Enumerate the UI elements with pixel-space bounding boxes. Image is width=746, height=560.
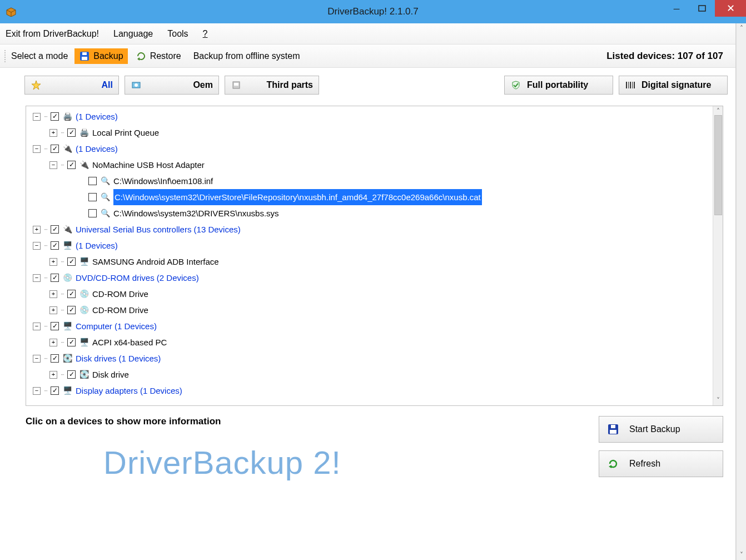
filter-all-button[interactable]: All bbox=[24, 76, 119, 95]
checkbox[interactable] bbox=[51, 354, 59, 363]
checkbox[interactable] bbox=[51, 274, 59, 282]
checkbox[interactable] bbox=[67, 257, 76, 266]
oem-icon bbox=[131, 80, 142, 91]
expand-icon[interactable]: + bbox=[49, 129, 57, 137]
tree-category[interactable]: − ··· 🖥️ (1 Devices) bbox=[29, 237, 713, 254]
tree-item-label: SAMSUNG Android ADB Interface bbox=[92, 254, 219, 270]
filter-oem-label: Oem bbox=[147, 80, 213, 90]
checkbox[interactable] bbox=[67, 128, 76, 137]
filter-signature-button[interactable]: Digital signature bbox=[619, 76, 728, 95]
device-tree[interactable]: − ··· 🖨️ (1 Devices) + ··· 🖨️ Local Prin… bbox=[26, 106, 713, 405]
tree-file-selected[interactable]: 🔍 C:\Windows\system32\DriverStore\FileRe… bbox=[29, 189, 713, 205]
tree-category[interactable]: − ··· 🖥️ Computer (1 Devices) bbox=[29, 318, 713, 334]
tree-item[interactable]: − ··· 🔌 NoMachine USB Host Adapter bbox=[29, 157, 713, 173]
checkbox[interactable] bbox=[67, 370, 76, 379]
svg-rect-15 bbox=[632, 82, 633, 88]
tree-scrollbar[interactable]: ˄ ˅ bbox=[713, 106, 723, 405]
tree-item[interactable]: + ··· 💽 Disk drive bbox=[29, 366, 713, 383]
maximize-button[interactable] bbox=[689, 0, 715, 17]
tree-item-label: NoMachine USB Host Adapter bbox=[92, 157, 205, 173]
tree-category-label: (1 Devices) bbox=[76, 141, 118, 157]
tree-category-label: Display adapters (1 Devices) bbox=[76, 383, 182, 399]
checkbox[interactable] bbox=[67, 161, 76, 169]
scroll-up-icon[interactable]: ˄ bbox=[737, 24, 746, 32]
collapse-icon[interactable]: − bbox=[33, 113, 41, 121]
expand-icon[interactable]: + bbox=[49, 339, 57, 346]
checkbox[interactable] bbox=[51, 386, 59, 395]
tree-category[interactable]: − ··· 🔌 (1 Devices) bbox=[29, 141, 713, 157]
tree-item[interactable]: + ··· 💿 CD-ROM Drive bbox=[29, 302, 713, 318]
tree-category-label: (1 Devices) bbox=[76, 237, 118, 254]
checkbox[interactable] bbox=[51, 225, 59, 234]
filter-thirdparts-button[interactable]: Third parts bbox=[225, 76, 319, 95]
close-button[interactable]: ✕ bbox=[715, 0, 746, 17]
checkbox[interactable] bbox=[51, 322, 59, 330]
printer-icon: 🖨️ bbox=[78, 125, 90, 141]
svg-rect-18 bbox=[610, 430, 616, 434]
filter-all-label: All bbox=[47, 80, 113, 90]
collapse-icon[interactable]: − bbox=[33, 323, 41, 330]
checkbox[interactable] bbox=[88, 209, 97, 217]
menu-language[interactable]: Language bbox=[113, 29, 153, 39]
checkbox[interactable] bbox=[67, 338, 76, 346]
refresh-icon bbox=[607, 458, 619, 470]
checkbox[interactable] bbox=[67, 306, 76, 314]
minimize-button[interactable]: ─ bbox=[664, 0, 689, 17]
refresh-button[interactable]: Refresh bbox=[599, 450, 723, 477]
scroll-thumb[interactable] bbox=[714, 115, 722, 215]
expand-icon[interactable]: + bbox=[49, 371, 57, 379]
monitor-icon: 🖥️ bbox=[61, 237, 73, 254]
collapse-icon[interactable]: − bbox=[33, 274, 41, 282]
menu-tools[interactable]: Tools bbox=[167, 29, 188, 39]
menu-exit[interactable]: Exit from DriverBackup! bbox=[6, 29, 99, 39]
tree-category[interactable]: − ··· 💿 DVD/CD-ROM drives (2 Devices) bbox=[29, 270, 713, 286]
expand-icon[interactable]: + bbox=[49, 306, 57, 314]
svg-rect-2 bbox=[699, 6, 705, 11]
scroll-down-icon[interactable]: ˅ bbox=[713, 397, 723, 404]
collapse-icon[interactable]: − bbox=[33, 145, 41, 153]
disc-icon: 💿 bbox=[78, 286, 90, 302]
filter-oem-button[interactable]: Oem bbox=[125, 76, 219, 95]
checkbox[interactable] bbox=[67, 290, 76, 298]
tree-category[interactable]: + ··· 🔌 Universal Serial Bus controllers… bbox=[29, 221, 713, 237]
tree-item[interactable]: + ··· 🖨️ Local Print Queue bbox=[29, 125, 713, 141]
checkbox[interactable] bbox=[88, 177, 97, 185]
tree-category[interactable]: − ··· 🖥️ Display adapters (1 Devices) bbox=[29, 383, 713, 399]
collapse-icon[interactable]: − bbox=[33, 387, 41, 395]
start-backup-button[interactable]: Start Backup bbox=[599, 416, 723, 443]
refresh-label: Refresh bbox=[629, 459, 660, 469]
mode-offline[interactable]: Backup from offline system bbox=[189, 49, 305, 63]
tree-category[interactable]: − ··· 🖨️ (1 Devices) bbox=[29, 108, 713, 125]
window-scrollbar[interactable]: ˄ ˅ bbox=[736, 23, 746, 560]
checkbox[interactable] bbox=[51, 112, 59, 121]
tree-category[interactable]: − ··· 💽 Disk drives (1 Devices) bbox=[29, 350, 713, 366]
expand-icon[interactable]: + bbox=[49, 290, 57, 298]
mode-restore[interactable]: Restore bbox=[131, 48, 186, 64]
mode-backup[interactable]: Backup bbox=[74, 48, 127, 64]
tree-item[interactable]: + ··· 🖥️ SAMSUNG Android ADB Interface bbox=[29, 254, 713, 270]
tree-file[interactable]: 🔍 C:\Windows\Inf\oem108.inf bbox=[29, 173, 713, 189]
expand-icon[interactable]: + bbox=[49, 258, 57, 266]
collapse-icon[interactable]: − bbox=[33, 242, 41, 250]
menu-help[interactable]: ? bbox=[203, 29, 208, 39]
collapse-icon[interactable]: − bbox=[33, 355, 41, 363]
scroll-down-icon[interactable]: ˅ bbox=[737, 551, 746, 559]
expand-icon[interactable]: + bbox=[33, 226, 41, 234]
svg-rect-5 bbox=[82, 52, 87, 55]
tree-item-label: Disk drive bbox=[92, 366, 129, 383]
disc-icon: 💿 bbox=[78, 302, 90, 318]
tree-file[interactable]: 🔍 C:\Windows\system32\DRIVERS\nxusbs.sys bbox=[29, 205, 713, 221]
tree-file-label: C:\Windows\system32\DriverStore\FileRepo… bbox=[113, 189, 482, 205]
collapse-icon[interactable]: − bbox=[49, 161, 57, 169]
checkbox[interactable] bbox=[88, 193, 97, 201]
tree-item[interactable]: + ··· 💿 CD-ROM Drive bbox=[29, 286, 713, 302]
scroll-up-icon[interactable]: ˄ bbox=[713, 107, 723, 115]
svg-rect-16 bbox=[634, 82, 635, 88]
filter-portability-button[interactable]: Full portability bbox=[504, 76, 613, 95]
tree-item-label: ACPI x64-based PC bbox=[92, 334, 167, 350]
checkbox[interactable] bbox=[51, 145, 59, 153]
tree-item[interactable]: + ··· 🖥️ ACPI x64-based PC bbox=[29, 334, 713, 350]
app-icon bbox=[6, 6, 17, 17]
tree-category-label: (1 Devices) bbox=[76, 108, 118, 125]
checkbox[interactable] bbox=[51, 241, 59, 250]
